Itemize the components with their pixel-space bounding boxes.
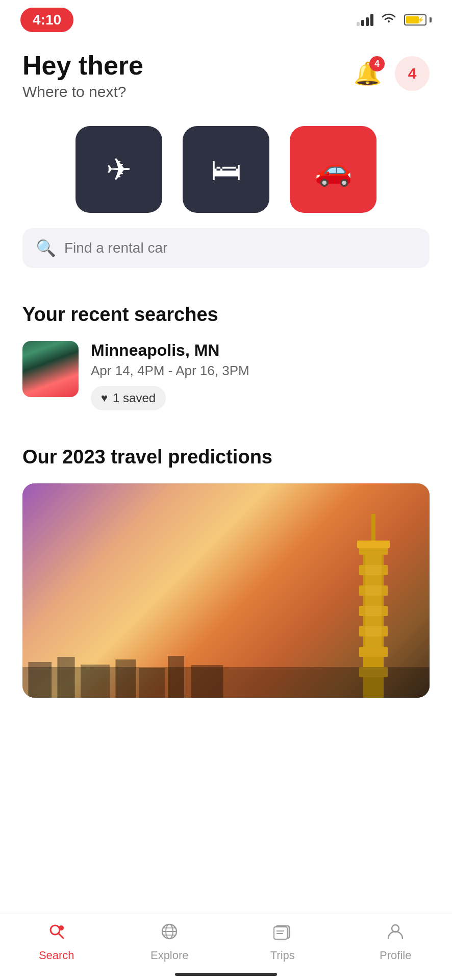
- heart-icon: ♥: [101, 391, 108, 405]
- home-indicator: [175, 973, 277, 976]
- travel-dates: Apr 14, 4PM - Apr 16, 3PM: [91, 363, 430, 379]
- explore-nav-icon: [160, 922, 179, 946]
- notifications-button[interactable]: 🔔 4: [350, 56, 385, 91]
- header: Hey there Where to next? 🔔 4 4: [0, 36, 452, 106]
- recent-searches-section: Your recent searches Minneapolis, MN Apr…: [0, 278, 452, 421]
- search-input[interactable]: [64, 240, 416, 256]
- flights-button[interactable]: ✈: [76, 126, 162, 213]
- predictions-card[interactable]: [22, 483, 430, 698]
- profile-nav-label: Profile: [380, 949, 411, 962]
- svg-rect-14: [81, 665, 110, 698]
- nav-item-search[interactable]: Search: [21, 922, 92, 962]
- predictions-section: Our 2023 travel predictions: [0, 421, 452, 708]
- predictions-title: Our 2023 travel predictions: [22, 446, 430, 468]
- nav-item-trips[interactable]: Trips: [247, 922, 318, 962]
- search-section: 🔍: [0, 228, 452, 278]
- nav-item-explore[interactable]: Explore: [134, 922, 205, 962]
- time-display: 4:10: [20, 8, 73, 32]
- notification-badge: 4: [369, 56, 385, 71]
- plane-icon: ✈: [106, 152, 132, 187]
- list-item[interactable]: Minneapolis, MN Apr 14, 4PM - Apr 16, 3P…: [22, 341, 430, 410]
- trips-nav-icon: [273, 922, 292, 946]
- header-right: 🔔 4 4: [350, 56, 430, 91]
- explore-nav-label: Explore: [150, 949, 189, 962]
- subtitle-text: Where to next?: [22, 83, 143, 101]
- saved-pill[interactable]: ♥ 1 saved: [91, 386, 166, 410]
- wifi-icon: [381, 12, 397, 28]
- recent-thumb: [22, 341, 79, 397]
- svg-rect-10: [365, 555, 382, 647]
- svg-rect-13: [57, 657, 74, 698]
- hotels-button[interactable]: 🛏: [183, 126, 269, 213]
- car-icon: 🚗: [314, 152, 353, 188]
- signal-icon: [357, 14, 373, 26]
- city-silhouette: [22, 647, 430, 698]
- svg-rect-18: [191, 665, 223, 698]
- svg-rect-17: [168, 656, 184, 698]
- svg-rect-15: [115, 659, 136, 698]
- status-icons: ⚡: [357, 12, 432, 28]
- city-name: Minneapolis, MN: [91, 341, 430, 360]
- search-nav-label: Search: [39, 949, 74, 962]
- greeting-text: Hey there: [22, 51, 143, 80]
- header-left: Hey there Where to next?: [22, 51, 143, 101]
- svg-rect-12: [28, 662, 52, 698]
- search-nav-icon: [47, 922, 66, 946]
- search-icon: 🔍: [36, 238, 56, 258]
- battery-icon: ⚡: [404, 14, 432, 26]
- svg-rect-16: [139, 668, 165, 698]
- svg-rect-9: [357, 541, 390, 548]
- recent-searches-title: Your recent searches: [22, 304, 430, 326]
- saved-count: 1 saved: [113, 391, 156, 405]
- status-bar: 4:10 ⚡: [0, 0, 452, 36]
- svg-line-20: [59, 934, 63, 938]
- category-row: ✈ 🛏 🚗: [0, 106, 452, 228]
- user-badge[interactable]: 4: [395, 56, 430, 91]
- profile-nav-icon: [386, 922, 405, 946]
- svg-point-21: [59, 925, 64, 930]
- recent-info: Minneapolis, MN Apr 14, 4PM - Apr 16, 3P…: [91, 341, 430, 410]
- bottom-nav: Search Explore Trips: [0, 914, 452, 980]
- bed-icon: 🛏: [211, 152, 241, 187]
- search-bar[interactable]: 🔍: [22, 228, 430, 268]
- cars-button[interactable]: 🚗: [290, 126, 376, 213]
- nav-item-profile[interactable]: Profile: [360, 922, 431, 962]
- trips-nav-label: Trips: [270, 949, 295, 962]
